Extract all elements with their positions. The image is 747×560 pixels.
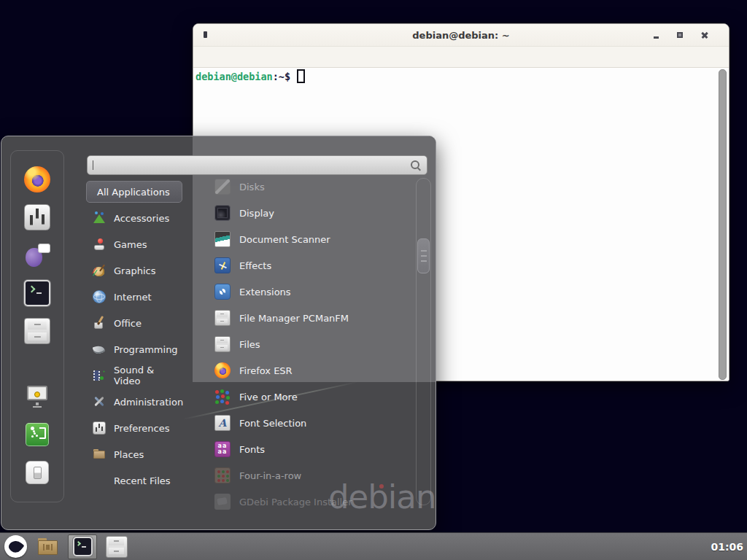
- taskbar-item[interactable]: [2, 534, 28, 559]
- menubar-item[interactable]: [256, 54, 268, 60]
- firefox-icon: [24, 166, 50, 192]
- titlebar[interactable]: debian@debian: ~: [193, 24, 729, 47]
- application-item[interactable]: GDebi Package Installer: [207, 489, 417, 515]
- application-label: Extensions: [239, 287, 291, 298]
- taskbar-launchers: [0, 533, 130, 560]
- places-icon: [93, 448, 106, 461]
- clock[interactable]: 01:06: [711, 541, 743, 553]
- terminal-scrollbar[interactable]: [719, 69, 727, 380]
- category-label: Games: [114, 239, 147, 250]
- category-label: Internet: [114, 292, 152, 303]
- application-item[interactable]: Five or More: [207, 384, 417, 410]
- prompt-line: debian@debian:~$: [193, 68, 729, 84]
- category-item[interactable]: Recent Files: [86, 467, 182, 494]
- taskbar-item[interactable]: [68, 534, 97, 559]
- application-item[interactable]: Fonts: [207, 436, 417, 462]
- application-item[interactable]: File Manager PCManFM: [207, 305, 417, 331]
- search-input[interactable]: [93, 156, 410, 174]
- session-button[interactable]: [24, 421, 50, 448]
- display-icon: [214, 205, 231, 221]
- session-buttons: [10, 384, 64, 486]
- category-label: Places: [114, 449, 144, 460]
- application-item[interactable]: Four-in-a-row: [207, 462, 417, 489]
- favorite-launcher[interactable]: [24, 318, 50, 344]
- category-item[interactable]: Games: [86, 231, 182, 257]
- favorite-launcher[interactable]: [24, 166, 50, 192]
- category-label: All Applications: [97, 187, 170, 198]
- application-label: Fonts: [239, 444, 265, 455]
- menubar-item[interactable]: [221, 54, 233, 60]
- application-item[interactable]: Effects: [207, 252, 417, 279]
- window-title: debian@debian: ~: [193, 30, 729, 41]
- favorite-launcher[interactable]: [24, 242, 50, 268]
- quit-icon: [26, 461, 49, 484]
- search-icon: [410, 160, 421, 171]
- favorites-list: [10, 166, 64, 344]
- minimize-button[interactable]: [654, 36, 659, 39]
- application-list: Disks Display Document Scanner Effects E…: [207, 174, 417, 515]
- application-label: Disks: [239, 182, 265, 192]
- taskbar-item[interactable]: [104, 534, 130, 559]
- system-tray: 01:06: [674, 533, 743, 560]
- category-item[interactable]: Places: [86, 441, 182, 467]
- menu-logo-icon: [4, 535, 27, 558]
- menu-scrollbar-thumb[interactable]: [417, 238, 430, 273]
- application-item[interactable]: Firefox ESR: [207, 357, 417, 384]
- programming-icon: [93, 343, 106, 356]
- maximize-button[interactable]: [677, 32, 683, 38]
- fiveormore-icon: [214, 389, 231, 405]
- application-label: Files: [239, 339, 260, 350]
- category-item[interactable]: Sound & Video: [86, 362, 182, 389]
- cabinet-icon: [106, 536, 128, 558]
- terminal-cursor: [297, 69, 305, 83]
- search-box[interactable]: [87, 155, 427, 175]
- category-item[interactable]: Programming: [86, 336, 182, 362]
- category-item[interactable]: Office: [86, 310, 182, 336]
- disks-icon: [214, 179, 231, 195]
- category-item[interactable]: Graphics: [86, 257, 182, 284]
- extensions-icon: [214, 284, 231, 300]
- gdebi-icon: [214, 494, 231, 510]
- application-item[interactable]: Font Selection: [207, 410, 417, 436]
- category-item[interactable]: Accessories: [86, 205, 182, 231]
- category-item[interactable]: All Applications: [86, 181, 182, 203]
- fonts-icon: [214, 441, 231, 457]
- favorite-launcher[interactable]: [24, 204, 50, 230]
- fontsel-icon: [214, 415, 231, 431]
- category-label: Programming: [114, 344, 178, 355]
- menubar-item[interactable]: [233, 54, 244, 60]
- admin-icon: [93, 395, 106, 408]
- session-button[interactable]: [24, 459, 50, 486]
- menubar-item[interactable]: [209, 54, 221, 60]
- menu-scrollbar-track[interactable]: [416, 178, 431, 505]
- menubar-item[interactable]: [198, 54, 209, 60]
- application-label: Display: [239, 208, 274, 219]
- office-icon: [93, 316, 106, 330]
- category-label: Office: [114, 318, 142, 329]
- application-item[interactable]: Extensions: [207, 279, 417, 305]
- menubar-item[interactable]: [244, 54, 256, 60]
- application-item[interactable]: Document Scanner: [207, 226, 417, 252]
- application-label: Firefox ESR: [239, 365, 293, 376]
- terminal-icon: [24, 280, 50, 306]
- session-button[interactable]: [24, 384, 50, 410]
- taskbar-item[interactable]: [35, 534, 61, 559]
- firefox-sm-icon: [214, 362, 231, 378]
- application-label: GDebi Package Installer: [239, 497, 352, 508]
- pidgin-icon: [24, 242, 50, 268]
- terminal-menubar: [193, 47, 729, 68]
- cabinet-sm-icon: [214, 310, 231, 326]
- application-label: Effects: [239, 260, 271, 271]
- graphics-icon: [93, 264, 106, 277]
- terminal-icon: [73, 537, 93, 556]
- category-item[interactable]: Preferences: [86, 415, 182, 441]
- window-controls: [654, 24, 708, 46]
- favorite-launcher[interactable]: [24, 280, 50, 306]
- application-item[interactable]: Disks: [207, 174, 417, 200]
- application-item[interactable]: Display: [207, 200, 417, 226]
- close-button[interactable]: [701, 31, 708, 39]
- category-item[interactable]: Internet: [86, 284, 182, 310]
- category-item[interactable]: Administration: [86, 389, 182, 415]
- application-item[interactable]: Files: [207, 331, 417, 357]
- category-list: All Applications Accessories Games Graph…: [86, 179, 182, 494]
